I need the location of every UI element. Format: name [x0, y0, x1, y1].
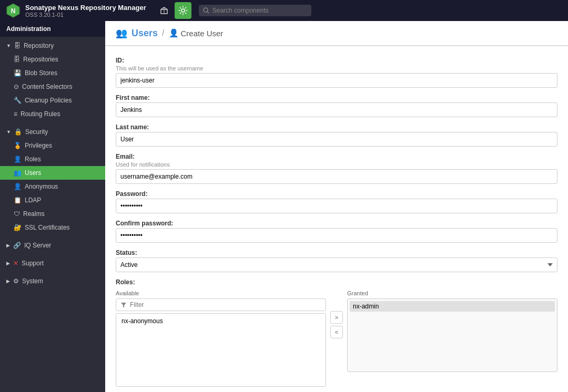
- password-label: Password:: [116, 190, 557, 198]
- available-roles-list: nx-anonymous: [116, 313, 326, 387]
- sidebar-section-iq: ▶ 🔗 IQ Server: [0, 236, 105, 254]
- routing-rules-icon: ≡: [14, 110, 17, 118]
- sidebar-item-ldap[interactable]: 📋 LDAP: [0, 193, 105, 207]
- layout: Administration ▼ 🗄 Repository 🗄 Reposito…: [0, 21, 568, 392]
- app-version: OSS 3.20.1-01: [25, 12, 146, 18]
- gear-icon: [178, 6, 188, 15]
- expand-icon: ▶: [6, 243, 10, 248]
- sidebar-item-label: Privileges: [25, 142, 52, 149]
- move-left-button[interactable]: <: [330, 326, 343, 338]
- sidebar-group-label-security: Security: [25, 128, 48, 136]
- folder-icon: 🗄: [14, 42, 21, 49]
- roles-label: Roles:: [116, 278, 557, 286]
- sidebar-group-support[interactable]: ▶ ✕ Support: [0, 256, 105, 270]
- list-item[interactable]: nx-anonymous: [118, 316, 323, 326]
- sidebar-group-security[interactable]: ▼ 🔒 Security: [0, 125, 105, 139]
- sidebar-item-realms[interactable]: 🛡 Realms: [0, 207, 105, 221]
- sidebar-item-label: Routing Rules: [21, 110, 60, 118]
- sidebar-item-anonymous[interactable]: 👤 Anonymous: [0, 180, 105, 193]
- privileges-icon: 🏅: [14, 142, 22, 149]
- sidebar-item-label: Content Selectors: [22, 83, 72, 90]
- sidebar-group-repository[interactable]: ▼ 🗄 Repository: [0, 39, 105, 53]
- box-icon-btn[interactable]: [156, 2, 173, 19]
- sidebar-item-label: LDAP: [25, 197, 41, 204]
- lastname-input[interactable]: [116, 132, 557, 147]
- expand-icon: ▼: [6, 129, 11, 135]
- sidebar-item-label: Roles: [25, 156, 41, 163]
- id-input[interactable]: [116, 73, 557, 88]
- breadcrumb-users-link[interactable]: Users: [131, 28, 158, 39]
- svg-text:N: N: [11, 7, 16, 15]
- move-right-button[interactable]: >: [330, 311, 343, 324]
- roles-filter-input[interactable]: [130, 301, 321, 308]
- logo-icon: N: [5, 3, 21, 18]
- roles-container: Available nx-anonymous >: [116, 290, 557, 387]
- confirm-password-field-group: Confirm password:: [116, 220, 557, 243]
- breadcrumb-separator: /: [162, 28, 164, 38]
- sidebar-header: Administration: [0, 21, 105, 37]
- page-header: 👥 Users / 👤 Create User: [105, 21, 568, 46]
- breadcrumb-users-icon: 👥: [116, 27, 127, 39]
- roles-filter[interactable]: [116, 298, 326, 311]
- password-input[interactable]: [116, 199, 557, 213]
- sidebar-item-roles[interactable]: 👤 Roles: [0, 152, 105, 166]
- granted-roles-list: nx-admin: [347, 298, 557, 372]
- cleanup-policies-icon: 🔧: [14, 97, 22, 104]
- id-hint: This will be used as the username: [116, 65, 557, 71]
- sidebar-item-users[interactable]: 👥 Users: [0, 166, 105, 180]
- search-bar[interactable]: [199, 5, 311, 16]
- granted-roles-header: Granted: [347, 290, 557, 296]
- available-roles-header: Available: [116, 290, 326, 296]
- firstname-input[interactable]: [116, 102, 557, 117]
- repositories-icon: 🗄: [14, 56, 20, 63]
- sidebar-group-iq[interactable]: ▶ 🔗 IQ Server: [0, 239, 105, 252]
- sidebar-item-cleanup-policies[interactable]: 🔧 Cleanup Policies: [0, 94, 105, 107]
- sidebar-item-ssl-certificates[interactable]: 🔐 SSL Certificates: [0, 221, 105, 234]
- sidebar-group-label-iq: IQ Server: [24, 242, 51, 249]
- sidebar-item-content-selectors[interactable]: ⊙ Content Selectors: [0, 80, 105, 94]
- sidebar-item-routing-rules[interactable]: ≡ Routing Rules: [0, 107, 105, 121]
- roles-icon: 👤: [14, 156, 22, 163]
- status-select[interactable]: Active Disabled: [116, 257, 557, 272]
- status-field-group: Status: Active Disabled: [116, 249, 557, 272]
- sidebar-item-privileges[interactable]: 🏅 Privileges: [0, 139, 105, 152]
- svg-point-5: [204, 8, 208, 12]
- list-item[interactable]: nx-admin: [350, 301, 555, 312]
- svg-marker-7: [121, 303, 126, 307]
- email-input[interactable]: [116, 169, 557, 184]
- id-field-group: ID: This will be used as the username: [116, 57, 557, 88]
- gear-icon-btn[interactable]: [175, 2, 191, 19]
- filter-icon: [120, 302, 127, 308]
- sidebar-item-blob-stores[interactable]: 💾 Blob Stores: [0, 66, 105, 80]
- svg-point-4: [181, 9, 185, 12]
- status-label: Status:: [116, 249, 557, 256]
- search-icon: [203, 7, 209, 14]
- firstname-label: First name:: [116, 94, 557, 101]
- confirm-password-input[interactable]: [116, 228, 557, 243]
- lastname-label: Last name:: [116, 123, 557, 131]
- content-selectors-icon: ⊙: [14, 83, 19, 90]
- ldap-icon: 📋: [14, 197, 22, 204]
- sidebar-section-security: ▼ 🔒 Security 🏅 Privileges 👤 Roles 👥 User…: [0, 123, 105, 236]
- sidebar-item-label: SSL Certificates: [25, 224, 70, 231]
- topbar-icons: [156, 2, 191, 19]
- sidebar-item-label: Blob Stores: [25, 69, 57, 77]
- sidebar-section-support: ▶ ✕ Support: [0, 254, 105, 272]
- sidebar-section-repository: ▼ 🗄 Repository 🗄 Repositories 💾 Blob Sto…: [0, 37, 105, 123]
- form-area: ID: This will be used as the username Fi…: [105, 46, 568, 392]
- main-content: 👥 Users / 👤 Create User ID: This will be…: [105, 21, 568, 392]
- users-icon: 👥: [14, 169, 22, 177]
- email-field-group: Email: Used for notifications: [116, 153, 557, 184]
- firstname-field-group: First name:: [116, 94, 557, 117]
- sidebar: Administration ▼ 🗄 Repository 🗄 Reposito…: [0, 21, 105, 392]
- sidebar-group-label-system: System: [22, 277, 43, 285]
- realms-icon: 🛡: [14, 210, 20, 218]
- blob-stores-icon: 💾: [14, 69, 22, 77]
- ssl-icon: 🔐: [14, 224, 22, 231]
- expand-icon: ▼: [6, 43, 11, 48]
- search-input[interactable]: [212, 7, 307, 14]
- expand-icon: ▶: [6, 261, 10, 266]
- sidebar-item-label: Cleanup Policies: [25, 97, 72, 104]
- sidebar-group-system[interactable]: ▶ ⚙ System: [0, 274, 105, 288]
- sidebar-item-repositories[interactable]: 🗄 Repositories: [0, 53, 105, 66]
